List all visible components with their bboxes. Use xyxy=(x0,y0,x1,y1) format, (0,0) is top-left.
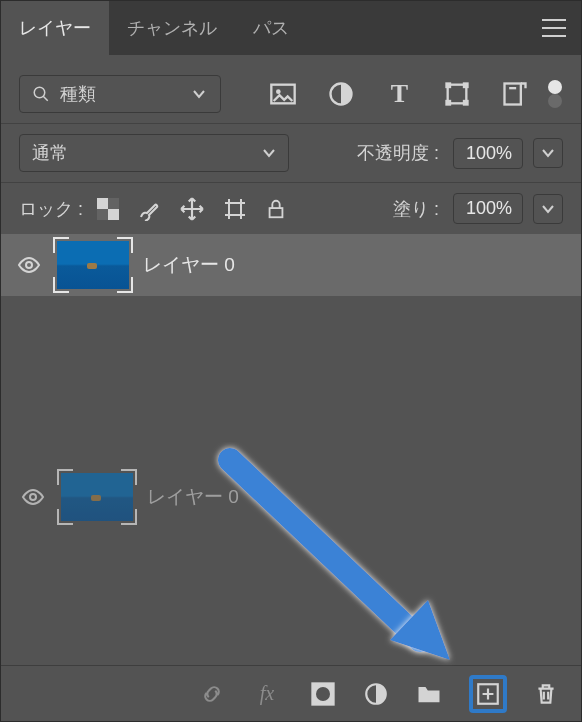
chevron-down-icon xyxy=(541,146,555,160)
lock-position-icon[interactable] xyxy=(179,196,205,222)
blend-mode-select[interactable]: 通常 xyxy=(19,134,289,172)
filter-icons: T xyxy=(269,80,529,108)
svg-point-17 xyxy=(30,494,36,500)
opacity-input[interactable]: 100% xyxy=(453,138,523,169)
svg-rect-13 xyxy=(108,198,119,209)
lock-pixels-icon[interactable] xyxy=(97,198,119,220)
new-adjustment-button[interactable] xyxy=(363,681,389,707)
filter-row: 種類 T xyxy=(1,55,581,123)
lock-artboard-icon[interactable] xyxy=(223,197,247,221)
layer-list: レイヤー 0 レイヤー 0 xyxy=(1,234,581,665)
panel-content: 種類 T xyxy=(1,55,581,721)
filter-toggle[interactable] xyxy=(547,80,563,108)
lock-brush-icon[interactable] xyxy=(137,197,161,221)
link-layers-button[interactable] xyxy=(199,681,225,707)
svg-rect-11 xyxy=(97,198,108,209)
fill-input[interactable]: 100% xyxy=(453,193,523,224)
chevron-down-icon xyxy=(541,202,555,216)
chevron-down-icon xyxy=(192,87,206,101)
lock-row: ロック : 塗り : 10 xyxy=(1,183,581,234)
filter-shape-icon[interactable] xyxy=(443,80,471,108)
layer-thumbnail[interactable] xyxy=(61,473,133,521)
svg-rect-12 xyxy=(108,209,119,220)
fill-value: 100% xyxy=(466,198,512,218)
lock-icons xyxy=(97,196,287,222)
fill-stepper[interactable] xyxy=(533,194,563,224)
delete-layer-button[interactable] xyxy=(533,681,559,707)
layer-bottom-toolbar: fx xyxy=(1,665,581,721)
tab-label: パス xyxy=(253,16,289,40)
add-mask-button[interactable] xyxy=(309,680,337,708)
opacity-stepper[interactable] xyxy=(533,138,563,168)
tab-channels[interactable]: チャンネル xyxy=(109,1,235,55)
search-icon xyxy=(32,85,50,103)
new-layer-button[interactable] xyxy=(475,681,501,707)
svg-rect-7 xyxy=(446,100,452,106)
filter-label: 種類 xyxy=(60,82,96,106)
eye-icon xyxy=(17,253,41,277)
eye-icon xyxy=(21,485,45,509)
panel-tabs: レイヤー チャンネル パス xyxy=(1,1,581,55)
panel-menu-button[interactable] xyxy=(527,1,581,55)
layer-name[interactable]: レイヤー 0 xyxy=(147,484,239,510)
layer-thumbnail[interactable] xyxy=(57,241,129,289)
opacity-value: 100% xyxy=(466,143,512,163)
filter-text-icon[interactable]: T xyxy=(385,80,413,108)
chevron-down-icon xyxy=(262,146,276,160)
lock-all-icon[interactable] xyxy=(265,198,287,220)
fx-label: fx xyxy=(260,682,274,705)
filter-adjust-icon[interactable] xyxy=(327,80,355,108)
svg-rect-10 xyxy=(510,87,517,89)
tab-paths[interactable]: パス xyxy=(235,1,307,55)
visibility-toggle[interactable] xyxy=(15,253,43,277)
svg-rect-8 xyxy=(463,100,469,106)
lock-label: ロック : xyxy=(19,197,83,221)
tab-label: レイヤー xyxy=(19,16,91,40)
svg-point-19 xyxy=(316,687,330,701)
svg-point-2 xyxy=(276,89,281,94)
hamburger-icon xyxy=(542,19,566,37)
svg-rect-15 xyxy=(270,208,283,217)
fill-label: 塗り : xyxy=(393,197,439,221)
blend-mode-label: 通常 xyxy=(32,141,68,165)
tab-layers[interactable]: レイヤー xyxy=(1,1,109,55)
filter-smartobject-icon[interactable] xyxy=(501,80,529,108)
new-layer-button-highlight xyxy=(469,675,507,713)
text-icon-label: T xyxy=(391,79,408,109)
svg-rect-6 xyxy=(463,82,469,88)
svg-rect-9 xyxy=(505,84,521,105)
blend-row: 通常 不透明度 : 100% xyxy=(1,123,581,183)
tab-label: チャンネル xyxy=(127,16,217,40)
svg-rect-14 xyxy=(97,209,108,220)
opacity-label: 不透明度 : xyxy=(357,141,439,165)
fx-button[interactable]: fx xyxy=(251,680,283,708)
layer-name[interactable]: レイヤー 0 xyxy=(143,252,235,278)
svg-point-16 xyxy=(26,262,32,268)
new-group-button[interactable] xyxy=(415,680,443,708)
svg-rect-5 xyxy=(446,82,452,88)
svg-point-0 xyxy=(34,87,45,98)
layer-item[interactable]: レイヤー 0 xyxy=(1,466,581,528)
layer-item[interactable]: レイヤー 0 xyxy=(1,234,581,296)
layers-panel: レイヤー チャンネル パス 種類 T xyxy=(0,0,582,722)
filter-type-select[interactable]: 種類 xyxy=(19,75,221,113)
filter-image-icon[interactable] xyxy=(269,80,297,108)
visibility-toggle[interactable] xyxy=(19,485,47,509)
